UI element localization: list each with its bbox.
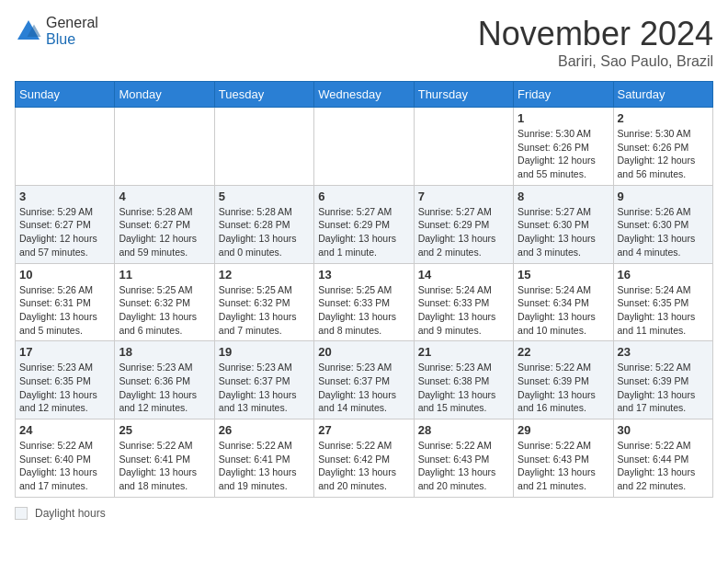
calendar-week-row: 17Sunrise: 5:23 AM Sunset: 6:35 PM Dayli… bbox=[16, 341, 713, 419]
day-number: 16 bbox=[618, 268, 709, 282]
day-number: 14 bbox=[418, 268, 509, 282]
calendar-day-header: Monday bbox=[115, 82, 214, 108]
calendar-cell: 15Sunrise: 5:24 AM Sunset: 6:34 PM Dayli… bbox=[514, 263, 613, 341]
day-number: 22 bbox=[518, 345, 609, 359]
day-number: 30 bbox=[618, 423, 709, 437]
day-info: Sunrise: 5:27 AM Sunset: 6:29 PM Dayligh… bbox=[318, 205, 409, 259]
calendar-cell bbox=[414, 108, 513, 186]
calendar-cell: 10Sunrise: 5:26 AM Sunset: 6:31 PM Dayli… bbox=[16, 263, 115, 341]
day-info: Sunrise: 5:25 AM Sunset: 6:32 PM Dayligh… bbox=[119, 283, 210, 338]
calendar-cell: 29Sunrise: 5:22 AM Sunset: 6:43 PM Dayli… bbox=[514, 419, 613, 498]
day-number: 29 bbox=[518, 423, 609, 437]
title-block: November 2024 Bariri, Sao Paulo, Brazil bbox=[478, 15, 713, 70]
calendar-day-header: Saturday bbox=[613, 82, 712, 108]
day-info: Sunrise: 5:25 AM Sunset: 6:33 PM Dayligh… bbox=[318, 283, 409, 338]
page-header: General Blue November 2024 Bariri, Sao P… bbox=[15, 15, 713, 70]
day-info: Sunrise: 5:22 AM Sunset: 6:40 PM Dayligh… bbox=[19, 439, 110, 493]
day-info: Sunrise: 5:25 AM Sunset: 6:32 PM Dayligh… bbox=[219, 283, 310, 338]
calendar-cell: 28Sunrise: 5:22 AM Sunset: 6:43 PM Dayli… bbox=[414, 419, 513, 498]
day-info: Sunrise: 5:22 AM Sunset: 6:44 PM Dayligh… bbox=[618, 439, 709, 493]
calendar-day-header: Sunday bbox=[16, 82, 115, 108]
legend-box bbox=[15, 507, 28, 520]
calendar-cell: 21Sunrise: 5:23 AM Sunset: 6:38 PM Dayli… bbox=[414, 341, 513, 419]
day-number: 28 bbox=[418, 423, 509, 437]
day-info: Sunrise: 5:23 AM Sunset: 6:38 PM Dayligh… bbox=[418, 361, 509, 415]
day-info: Sunrise: 5:22 AM Sunset: 6:43 PM Dayligh… bbox=[518, 439, 609, 493]
day-number: 1 bbox=[518, 111, 609, 125]
day-info: Sunrise: 5:26 AM Sunset: 6:30 PM Dayligh… bbox=[618, 205, 709, 259]
logo-blue-text: Blue bbox=[46, 31, 75, 47]
day-info: Sunrise: 5:23 AM Sunset: 6:35 PM Dayligh… bbox=[19, 361, 110, 415]
day-info: Sunrise: 5:30 AM Sunset: 6:26 PM Dayligh… bbox=[618, 127, 709, 181]
calendar-cell: 13Sunrise: 5:25 AM Sunset: 6:33 PM Dayli… bbox=[314, 263, 414, 341]
day-info: Sunrise: 5:24 AM Sunset: 6:34 PM Dayligh… bbox=[518, 283, 609, 338]
day-number: 19 bbox=[219, 345, 310, 359]
day-info: Sunrise: 5:30 AM Sunset: 6:26 PM Dayligh… bbox=[518, 127, 609, 181]
calendar-cell: 7Sunrise: 5:27 AM Sunset: 6:29 PM Daylig… bbox=[414, 185, 513, 263]
legend: Daylight hours bbox=[15, 507, 713, 520]
location: Bariri, Sao Paulo, Brazil bbox=[478, 53, 713, 70]
calendar-cell: 14Sunrise: 5:24 AM Sunset: 6:33 PM Dayli… bbox=[414, 263, 513, 341]
day-number: 20 bbox=[318, 345, 409, 359]
calendar-cell: 26Sunrise: 5:22 AM Sunset: 6:41 PM Dayli… bbox=[214, 419, 313, 498]
calendar-cell: 2Sunrise: 5:30 AM Sunset: 6:26 PM Daylig… bbox=[613, 108, 712, 186]
day-number: 11 bbox=[119, 268, 210, 282]
calendar-day-header: Thursday bbox=[414, 82, 513, 108]
calendar-cell: 30Sunrise: 5:22 AM Sunset: 6:44 PM Dayli… bbox=[613, 419, 712, 498]
day-number: 27 bbox=[318, 423, 409, 437]
logo-text: General Blue bbox=[46, 15, 98, 48]
calendar-day-header: Friday bbox=[514, 82, 613, 108]
day-info: Sunrise: 5:22 AM Sunset: 6:42 PM Dayligh… bbox=[318, 439, 409, 493]
day-number: 2 bbox=[618, 111, 709, 125]
day-info: Sunrise: 5:23 AM Sunset: 6:37 PM Dayligh… bbox=[318, 361, 409, 415]
day-number: 23 bbox=[618, 345, 709, 359]
calendar-week-row: 3Sunrise: 5:29 AM Sunset: 6:27 PM Daylig… bbox=[16, 185, 713, 263]
day-number: 4 bbox=[119, 190, 210, 203]
calendar-cell: 6Sunrise: 5:27 AM Sunset: 6:29 PM Daylig… bbox=[314, 185, 414, 263]
day-number: 10 bbox=[19, 268, 110, 282]
calendar-cell: 5Sunrise: 5:28 AM Sunset: 6:28 PM Daylig… bbox=[214, 185, 313, 263]
calendar-cell: 11Sunrise: 5:25 AM Sunset: 6:32 PM Dayli… bbox=[115, 263, 214, 341]
calendar-week-row: 1Sunrise: 5:30 AM Sunset: 6:26 PM Daylig… bbox=[16, 108, 713, 186]
day-number: 15 bbox=[518, 268, 609, 282]
day-number: 9 bbox=[618, 190, 709, 203]
day-info: Sunrise: 5:27 AM Sunset: 6:30 PM Dayligh… bbox=[518, 205, 609, 259]
day-info: Sunrise: 5:22 AM Sunset: 6:41 PM Dayligh… bbox=[119, 439, 210, 493]
logo-icon bbox=[15, 17, 42, 45]
day-info: Sunrise: 5:23 AM Sunset: 6:36 PM Dayligh… bbox=[119, 361, 210, 415]
day-number: 24 bbox=[19, 423, 110, 437]
day-number: 6 bbox=[318, 190, 409, 203]
day-info: Sunrise: 5:27 AM Sunset: 6:29 PM Dayligh… bbox=[418, 205, 509, 259]
calendar-cell: 16Sunrise: 5:24 AM Sunset: 6:35 PM Dayli… bbox=[613, 263, 712, 341]
day-number: 21 bbox=[418, 345, 509, 359]
day-info: Sunrise: 5:26 AM Sunset: 6:31 PM Dayligh… bbox=[19, 283, 110, 338]
day-number: 3 bbox=[19, 190, 110, 203]
day-info: Sunrise: 5:24 AM Sunset: 6:35 PM Dayligh… bbox=[618, 283, 709, 338]
calendar-cell bbox=[314, 108, 414, 186]
day-number: 25 bbox=[119, 423, 210, 437]
calendar-table: SundayMondayTuesdayWednesdayThursdayFrid… bbox=[15, 81, 713, 498]
calendar-day-header: Tuesday bbox=[214, 82, 313, 108]
day-number: 7 bbox=[418, 190, 509, 203]
calendar-cell: 12Sunrise: 5:25 AM Sunset: 6:32 PM Dayli… bbox=[214, 263, 313, 341]
calendar-cell: 19Sunrise: 5:23 AM Sunset: 6:37 PM Dayli… bbox=[214, 341, 313, 419]
day-number: 8 bbox=[518, 190, 609, 203]
day-info: Sunrise: 5:22 AM Sunset: 6:43 PM Dayligh… bbox=[418, 439, 509, 493]
calendar-cell: 9Sunrise: 5:26 AM Sunset: 6:30 PM Daylig… bbox=[613, 185, 712, 263]
calendar-cell: 17Sunrise: 5:23 AM Sunset: 6:35 PM Dayli… bbox=[16, 341, 115, 419]
day-number: 26 bbox=[219, 423, 310, 437]
legend-label: Daylight hours bbox=[35, 507, 106, 520]
calendar-cell: 18Sunrise: 5:23 AM Sunset: 6:36 PM Dayli… bbox=[115, 341, 214, 419]
day-info: Sunrise: 5:22 AM Sunset: 6:39 PM Dayligh… bbox=[518, 361, 609, 415]
day-info: Sunrise: 5:29 AM Sunset: 6:27 PM Dayligh… bbox=[19, 205, 110, 259]
day-number: 12 bbox=[219, 268, 310, 282]
day-number: 17 bbox=[19, 345, 110, 359]
day-info: Sunrise: 5:28 AM Sunset: 6:27 PM Dayligh… bbox=[119, 205, 210, 259]
day-number: 13 bbox=[318, 268, 409, 282]
calendar-cell bbox=[16, 108, 115, 186]
calendar-week-row: 10Sunrise: 5:26 AM Sunset: 6:31 PM Dayli… bbox=[16, 263, 713, 341]
calendar-cell: 25Sunrise: 5:22 AM Sunset: 6:41 PM Dayli… bbox=[115, 419, 214, 498]
calendar-cell: 8Sunrise: 5:27 AM Sunset: 6:30 PM Daylig… bbox=[514, 185, 613, 263]
calendar-header-row: SundayMondayTuesdayWednesdayThursdayFrid… bbox=[16, 82, 713, 108]
calendar-cell: 24Sunrise: 5:22 AM Sunset: 6:40 PM Dayli… bbox=[16, 419, 115, 498]
